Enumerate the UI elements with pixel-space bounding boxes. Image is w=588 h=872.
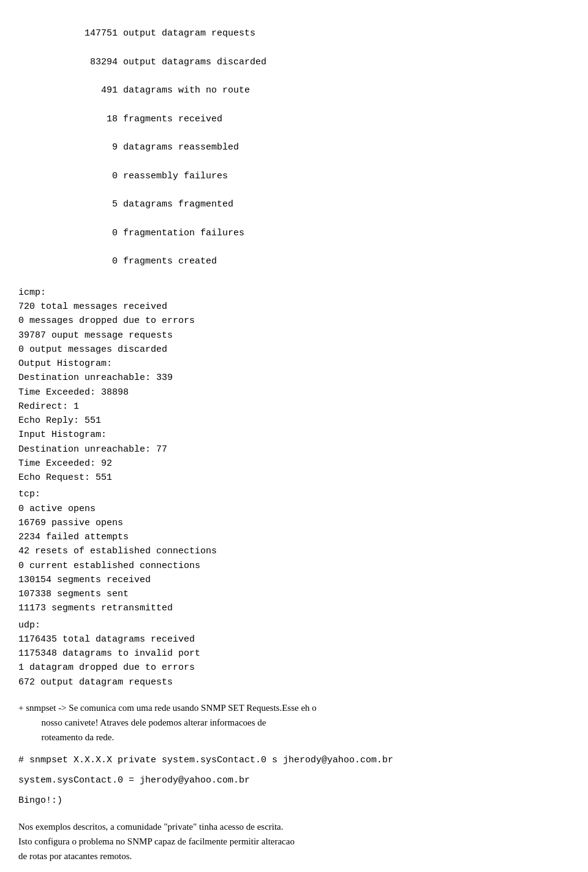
tcp-section: tcp: 0 active opens 16769 passive opens … <box>18 487 570 615</box>
ip-stat-9: 0 fragments created <box>40 256 217 267</box>
ip-stat-7: 5 datagrams fragmented <box>40 199 233 210</box>
ip-stats-block: 147751 output datagram requests 83294 ou… <box>18 12 570 283</box>
snmpset-comment: + snmpset -> Se comunica com uma rede us… <box>18 700 570 745</box>
udp-label: udp: <box>18 620 40 631</box>
ip-stat-5: 9 datagrams reassembled <box>40 142 239 153</box>
tcp-stat-1: 0 active opens <box>18 504 96 514</box>
ip-stat-3: 491 datagrams with no route <box>40 85 250 96</box>
tcp-stat-4: 42 resets of established connections <box>18 546 217 556</box>
icmp-stat-7: Time Exceeded: 38898 <box>18 387 129 398</box>
tcp-stat-5: 0 current established connections <box>18 561 200 571</box>
paragraph1: Nos exemplos descritos, a comunidade "pr… <box>18 819 570 863</box>
icmp-label: icmp: <box>18 287 46 298</box>
ip-stat-1: 147751 output datagram requests <box>40 28 255 39</box>
udp-stat-4: 672 output datagram requests <box>18 677 173 688</box>
icmp-stat-3: 39787 ouput message requests <box>18 330 173 341</box>
ip-stat-4: 18 fragments received <box>40 114 222 124</box>
tcp-stat-3: 2234 failed attempts <box>18 532 129 542</box>
icmp-stat-6: Destination unreachable: 339 <box>18 373 173 383</box>
udp-stat-2: 1175348 datagrams to invalid port <box>18 648 200 659</box>
icmp-stat-8: Redirect: 1 <box>18 401 79 412</box>
tcp-stat-8: 11173 segments retransmitted <box>18 603 173 613</box>
icmp-stat-11: Destination unreachable: 77 <box>18 444 167 455</box>
tcp-stat-2: 16769 passive opens <box>18 518 123 528</box>
udp-stat-1: 1176435 total datagrams received <box>18 634 195 645</box>
ip-stat-8: 0 fragmentation failures <box>40 228 244 238</box>
icmp-stat-13: Echo Request: 551 <box>18 472 112 483</box>
snmpset-result: system.sysContact.0 = jherody@yahoo.com.… <box>18 773 570 787</box>
tcp-stat-6: 130154 segments received <box>18 575 151 585</box>
bingo-text: Bingo!:) <box>18 794 570 808</box>
icmp-stat-9: Echo Reply: 551 <box>18 415 101 426</box>
ip-stat-6: 0 reassembly failures <box>40 171 228 181</box>
tcp-stat-7: 107338 segments sent <box>18 589 129 599</box>
udp-section: udp: 1176435 total datagrams received 11… <box>18 618 570 689</box>
icmp-stat-12: Time Exceeded: 92 <box>18 458 112 469</box>
udp-stat-3: 1 datagram dropped due to errors <box>18 662 195 673</box>
icmp-stat-1: 720 total messages received <box>18 301 167 312</box>
icmp-section: icmp: 720 total messages received 0 mess… <box>18 286 570 485</box>
icmp-stat-10: Input Histogram: <box>18 430 107 440</box>
tcp-label: tcp: <box>18 489 40 499</box>
icmp-stat-5: Output Histogram: <box>18 358 112 369</box>
icmp-stat-4: 0 output messages discarded <box>18 344 167 355</box>
snmpset-command: # snmpset X.X.X.X private system.sysCont… <box>18 753 570 767</box>
icmp-stat-2: 0 messages dropped due to errors <box>18 316 195 326</box>
ip-stat-2: 83294 output datagrams discarded <box>40 57 266 67</box>
page-content: 147751 output datagram requests 83294 ou… <box>18 12 570 872</box>
